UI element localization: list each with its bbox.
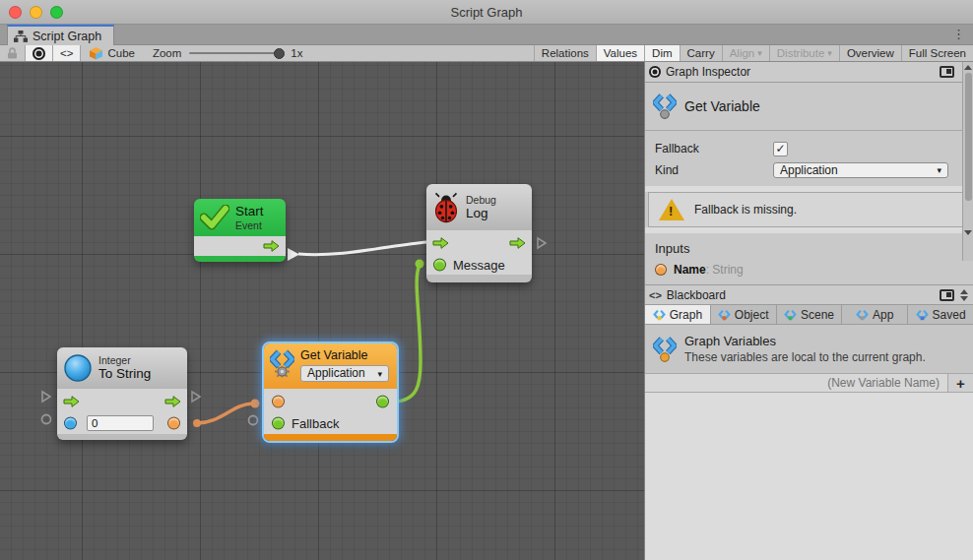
tab-app[interactable]: App — [842, 305, 908, 324]
fallback-field-row: Fallback ✓ — [645, 139, 973, 158]
inspector-scrollbar[interactable] — [962, 62, 973, 261]
chevron-down-icon: ▾ — [937, 165, 941, 175]
graph-dot-toggle-button[interactable] — [26, 45, 53, 61]
zoom-slider-handle[interactable] — [274, 48, 285, 59]
dim-button[interactable]: Dim — [645, 45, 680, 61]
tab-graph[interactable]: Graph — [645, 305, 711, 324]
window-title: Script Graph — [0, 5, 973, 20]
integer-type-icon — [63, 353, 93, 383]
node-get-variable[interactable]: Get Variable Application ▾ Fallback — [264, 343, 397, 441]
trigger-output-port[interactable] — [263, 240, 280, 253]
distribute-button[interactable]: Distribute ▾ — [770, 45, 840, 61]
overview-button[interactable]: Overview — [840, 45, 902, 61]
inspector-title: Graph Inspector — [666, 65, 935, 79]
string-output-port[interactable] — [167, 417, 180, 430]
graph-owner-label: Cube — [107, 47, 135, 59]
kind-value: Application — [780, 163, 838, 177]
unconnected-input-triangle[interactable] — [39, 390, 53, 404]
carry-button[interactable]: Carry — [681, 45, 723, 61]
node-title: To String — [98, 366, 151, 382]
tab-scene[interactable]: Scene — [777, 305, 843, 324]
variable-icon — [270, 348, 294, 378]
tab-object[interactable]: Object — [711, 305, 777, 324]
scene-variables-icon — [784, 309, 797, 321]
scroll-down-icon[interactable] — [964, 230, 972, 235]
port-label: Fallback — [292, 416, 339, 431]
kind-field-row: Kind Application ▾ — [645, 160, 973, 180]
variable-icon — [653, 336, 677, 363]
zoom-control: Zoom 1x — [143, 45, 313, 61]
graph-owner-chip[interactable]: Cube — [81, 45, 143, 61]
app-variables-icon — [856, 309, 869, 321]
warning-mark: ! — [669, 204, 673, 218]
titlebar: Script Graph — [0, 0, 973, 25]
tab-script-graph[interactable]: Script Graph — [7, 25, 114, 45]
zoom-slider[interactable] — [189, 52, 283, 54]
scrollbar-thumb[interactable] — [965, 73, 972, 201]
inspector-icon — [649, 66, 661, 78]
tab-label: App — [873, 308, 893, 322]
integer-value-field[interactable] — [87, 415, 154, 431]
values-button[interactable]: Values — [597, 45, 645, 61]
inspected-unit-title: Get Variable — [684, 98, 760, 114]
fallback-checkbox[interactable]: ✓ — [773, 142, 788, 156]
graph-variables-description: These variables are local to the current… — [684, 350, 926, 364]
new-variable-input[interactable] — [645, 374, 947, 392]
graph-variables-section: Graph Variables These variables are loca… — [645, 325, 973, 373]
more-options-icon[interactable]: ⋮ — [952, 27, 965, 41]
scroll-down-icon[interactable] — [960, 296, 968, 301]
scroll-up-icon[interactable] — [964, 65, 972, 70]
integer-input-port[interactable] — [64, 417, 77, 430]
relations-button[interactable]: Relations — [534, 45, 597, 61]
name-input-port[interactable] — [272, 396, 285, 408]
lock-button[interactable] — [0, 45, 26, 61]
panel-options-icon[interactable] — [940, 66, 954, 78]
fallback-label: Fallback — [655, 142, 773, 156]
trigger-output-port[interactable] — [509, 237, 526, 250]
message-input-port[interactable] — [433, 259, 446, 272]
panel-options-icon[interactable] — [940, 289, 954, 301]
node-debug-log[interactable]: Debug Log Message — [426, 184, 532, 282]
graph-hierarchy-icon — [14, 31, 28, 42]
fullscreen-button[interactable]: Full Screen — [902, 45, 973, 61]
node-subtitle: Debug — [466, 194, 496, 206]
tab-label: Script Graph — [32, 30, 101, 43]
code-view-toggle-button[interactable]: <> — [53, 45, 81, 61]
kind-dropdown[interactable]: Application ▾ — [773, 162, 948, 178]
tab-saved[interactable]: Saved — [908, 305, 973, 324]
tab-label: Saved — [933, 308, 966, 322]
graph-canvas[interactable]: Start Event — [0, 62, 644, 560]
string-port-icon — [655, 264, 667, 276]
trigger-input-port[interactable] — [63, 396, 80, 408]
warning-box: ! Fallback is missing. — [648, 192, 970, 227]
align-button[interactable]: Align ▾ — [723, 45, 770, 61]
graph-inspector-header[interactable]: Graph Inspector — [645, 62, 973, 83]
scroll-up-icon[interactable] — [960, 289, 968, 294]
unconnected-output-triangle[interactable] — [189, 390, 203, 404]
warning-area: ! Fallback is missing. — [645, 192, 973, 227]
port-label: Message — [453, 258, 505, 273]
cube-icon — [89, 47, 103, 60]
chevron-down-icon: ▾ — [827, 48, 832, 58]
value-output-port[interactable] — [376, 396, 389, 408]
node-start-event[interactable]: Start Event — [194, 199, 286, 262]
add-variable-button[interactable]: + — [947, 374, 973, 392]
tab-strip: Script Graph ⋮ — [0, 25, 973, 45]
graph-variables-title: Graph Variables — [684, 334, 926, 348]
object-variables-icon — [718, 309, 731, 321]
fallback-input-port[interactable] — [272, 417, 285, 430]
tab-label: Scene — [801, 308, 834, 322]
trigger-output-port[interactable] — [164, 396, 181, 408]
input-name-row: Name: String — [645, 260, 973, 284]
node-integer-to-string[interactable]: Integer To String — [57, 347, 187, 440]
string-wire-endpoint — [251, 400, 260, 408]
new-variable-row: + — [645, 373, 973, 393]
blackboard-header[interactable]: <> Blackboard — [645, 284, 973, 305]
value-wire — [393, 265, 421, 402]
unconnected-input-circle[interactable] — [246, 413, 260, 427]
trigger-input-port[interactable] — [432, 237, 449, 250]
unconnected-output-triangle[interactable] — [535, 236, 549, 250]
variable-kind-dropdown[interactable]: Application ▾ — [300, 365, 389, 382]
node-subtitle: Integer — [98, 354, 151, 366]
unconnected-input-circle[interactable] — [39, 412, 53, 426]
